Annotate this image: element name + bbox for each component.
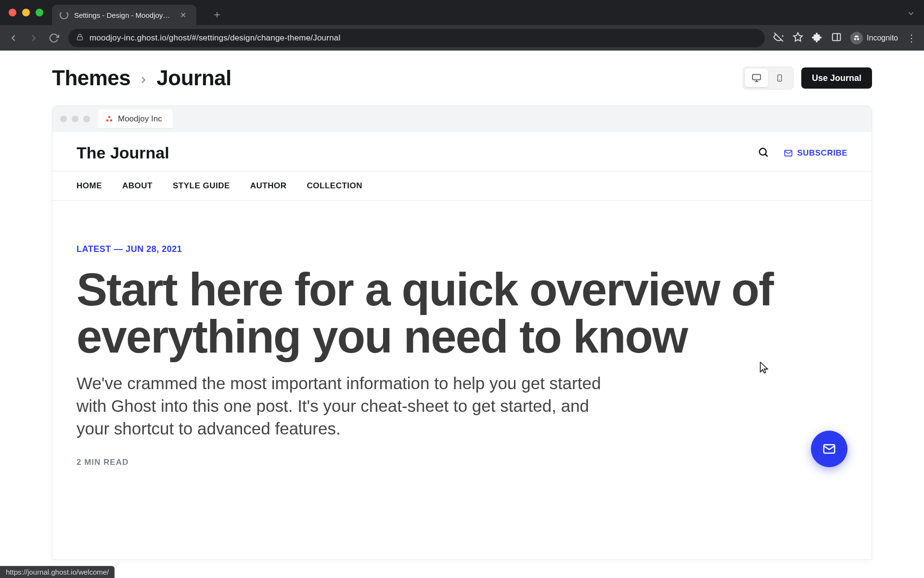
breadcrumb-current: Journal: [156, 66, 231, 90]
svg-rect-10: [778, 75, 782, 81]
kicker-date: JUN 28, 2021: [126, 244, 182, 254]
svg-point-15: [759, 148, 766, 155]
site-header-actions: SUBSCRIBE: [757, 146, 847, 160]
article-kicker: LATEST—JUN 28, 2021: [77, 244, 847, 254]
titlebar: Settings - Design - Moodjoy In ✕ ＋: [0, 0, 924, 25]
browser-menu-button[interactable]: ⋮: [907, 32, 916, 44]
svg-rect-3: [833, 33, 841, 40]
svg-point-12: [108, 116, 111, 118]
nav-author[interactable]: AUTHOR: [250, 181, 287, 191]
theme-preview-window: Moodjoy Inc The Journal SUBSCRIBE HOME: [52, 105, 872, 560]
lock-icon: [76, 33, 84, 43]
page-header: Themes Journal Use Journal: [52, 66, 872, 90]
mobile-icon: [776, 73, 783, 83]
window-controls: [9, 9, 43, 16]
nav-about[interactable]: ABOUT: [122, 181, 153, 191]
featured-article[interactable]: LATEST—JUN 28, 2021 Start here for a qui…: [52, 201, 872, 486]
subscribe-label: SUBSCRIBE: [797, 148, 847, 158]
side-panel-icon[interactable]: [831, 32, 842, 44]
mail-icon: [822, 442, 836, 456]
new-tab-button[interactable]: ＋: [212, 7, 222, 22]
article-headline: Start here for a quick overview of every…: [77, 266, 847, 360]
app-content: Themes Journal Use Journal: [0, 51, 924, 578]
subscribe-fab[interactable]: [811, 431, 847, 467]
incognito-icon: [850, 32, 863, 44]
search-icon: [757, 146, 769, 158]
preview-window-dots: [60, 116, 90, 122]
site-title[interactable]: The Journal: [77, 144, 169, 162]
preview-tab: Moodjoy Inc: [98, 109, 173, 129]
tab-title: Settings - Design - Moodjoy In: [74, 11, 170, 19]
svg-rect-0: [77, 37, 83, 40]
device-toggle: [743, 66, 794, 90]
extensions-icon[interactable]: [812, 32, 822, 44]
preview-tab-title: Moodjoy Inc: [118, 114, 162, 124]
article-read-time: 2 MIN READ: [77, 458, 847, 467]
site-nav: HOME ABOUT STYLE GUIDE AUTHOR COLLECTION: [52, 171, 872, 201]
incognito-badge[interactable]: Incognito: [850, 32, 898, 44]
preview-browser-bar: Moodjoy Inc: [52, 106, 872, 132]
site-favicon-icon: [105, 115, 113, 123]
svg-point-14: [110, 119, 113, 122]
use-theme-button[interactable]: Use Journal: [801, 67, 872, 89]
address-bar[interactable]: moodjoy-inc.ghost.io/ghost/#/settings/de…: [68, 29, 765, 47]
svg-point-5: [854, 38, 857, 40]
header-actions: Use Journal: [743, 66, 872, 90]
chevron-right-icon: [138, 66, 149, 90]
mobile-preview-button[interactable]: [768, 69, 791, 87]
desktop-icon: [751, 73, 762, 83]
nav-home[interactable]: HOME: [77, 181, 102, 191]
site-header: The Journal SUBSCRIBE: [52, 132, 872, 171]
eye-off-icon[interactable]: [773, 32, 784, 44]
loading-spinner-icon: [60, 11, 68, 19]
svg-marker-2: [794, 32, 802, 40]
article-dek: We've crammed the most important informa…: [77, 372, 616, 440]
window-maximize-button[interactable]: [36, 9, 43, 16]
svg-point-13: [106, 119, 109, 122]
url-text: moodjoy-inc.ghost.io/ghost/#/settings/de…: [90, 33, 340, 43]
breadcrumb-parent[interactable]: Themes: [52, 66, 130, 90]
svg-rect-7: [753, 75, 761, 80]
search-button[interactable]: [757, 146, 769, 160]
incognito-label: Incognito: [867, 34, 898, 42]
svg-line-16: [766, 154, 768, 157]
reload-button[interactable]: [48, 32, 60, 44]
forward-button[interactable]: [28, 32, 39, 44]
subscribe-link[interactable]: SUBSCRIBE: [783, 148, 847, 158]
site-preview: The Journal SUBSCRIBE HOME ABOUT STYLE G…: [52, 132, 872, 486]
nav-collection[interactable]: COLLECTION: [307, 181, 363, 191]
tabs-dropdown-icon[interactable]: [907, 9, 915, 20]
window-minimize-button[interactable]: [22, 9, 30, 16]
breadcrumb: Themes Journal: [52, 66, 231, 90]
browser-toolbar: moodjoy-inc.ghost.io/ghost/#/settings/de…: [0, 25, 924, 51]
back-button[interactable]: [8, 32, 19, 44]
desktop-preview-button[interactable]: [745, 69, 768, 87]
tab-close-icon[interactable]: ✕: [180, 11, 186, 20]
nav-style-guide[interactable]: STYLE GUIDE: [173, 181, 230, 191]
mail-icon: [783, 148, 793, 158]
bookmark-star-icon[interactable]: [793, 32, 803, 44]
svg-point-6: [857, 38, 860, 40]
window-close-button[interactable]: [9, 9, 16, 16]
browser-tab[interactable]: Settings - Design - Moodjoy In ✕: [52, 5, 196, 25]
browser-chrome: Settings - Design - Moodjoy In ✕ ＋ moodj…: [0, 0, 924, 51]
kicker-label: LATEST: [77, 244, 111, 254]
link-status-bar: https://journal.ghost.io/welcome/: [0, 566, 115, 578]
